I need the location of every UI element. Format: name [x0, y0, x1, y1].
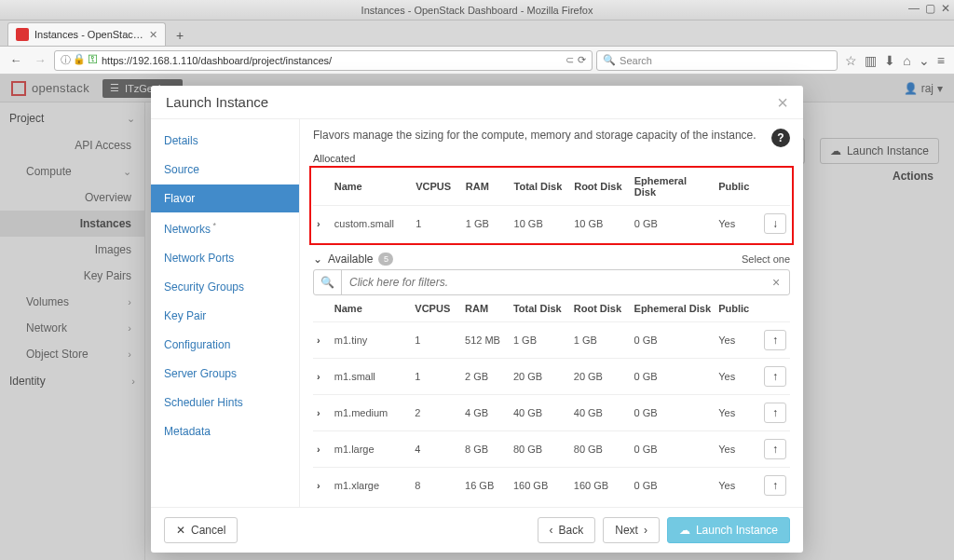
allocated-table: Name VCPUS RAM Total Disk Root Disk Ephe…	[313, 170, 790, 241]
button-label: Cancel	[191, 524, 225, 537]
cell-ram: 1 GB	[462, 206, 511, 242]
cell-name: m1.medium	[331, 395, 412, 431]
col-ram: RAM	[461, 297, 510, 322]
new-tab-button[interactable]: +	[170, 25, 190, 46]
step-networks[interactable]: Networks *	[151, 213, 299, 243]
step-security-groups[interactable]: Security Groups	[151, 273, 299, 301]
expand-toggle-icon[interactable]: ›	[317, 335, 320, 346]
step-key-pair[interactable]: Key Pair	[151, 302, 299, 330]
table-row: ›m1.tiny1512 MB1 GB1 GB0 GBYes↑	[313, 322, 790, 359]
col-public: Public	[715, 170, 760, 206]
tab-close-icon[interactable]: ✕	[149, 29, 157, 41]
modal-title: Launch Instance	[166, 94, 268, 110]
step-source[interactable]: Source	[151, 156, 299, 184]
pocket-icon[interactable]: ⌄	[919, 53, 930, 68]
step-metadata[interactable]: Metadata	[151, 417, 299, 445]
button-label: Launch Instance	[696, 524, 778, 537]
cell-ram: 16 GB	[461, 468, 510, 504]
cell-total-disk: 20 GB	[510, 359, 570, 395]
cell-public: Yes	[715, 322, 760, 359]
menu-icon[interactable]: ≡	[937, 53, 945, 68]
add-flavor-button[interactable]: ↑	[764, 366, 786, 387]
cell-total-disk: 40 GB	[510, 395, 570, 431]
cell-root-disk: 80 GB	[570, 431, 631, 468]
step-network-ports[interactable]: Network Ports	[151, 244, 299, 272]
expand-toggle-icon[interactable]: ›	[317, 480, 320, 491]
close-icon: ✕	[176, 524, 185, 537]
cell-vcpus: 4	[411, 431, 461, 468]
library-icon[interactable]: ▥	[865, 53, 877, 68]
launch-instance-button[interactable]: ☁Launch Instance	[667, 517, 790, 543]
cell-public: Yes	[715, 206, 760, 242]
cell-root-disk: 20 GB	[570, 359, 631, 395]
lock-warning-icon[interactable]: 🔒	[73, 53, 86, 67]
expand-toggle-icon[interactable]: ›	[317, 371, 320, 382]
reload-icon[interactable]: ⟳	[578, 54, 586, 66]
cell-root-disk: 1 GB	[570, 322, 631, 359]
nav-back-button[interactable]: ←	[6, 50, 26, 71]
close-icon[interactable]: ×	[777, 93, 788, 112]
browser-tabstrip: Instances - OpenStack Dash ✕ +	[0, 20, 954, 47]
col-root-disk: Root Disk	[570, 170, 631, 206]
chevron-right-icon: ›	[644, 524, 647, 537]
maximize-icon[interactable]: ▢	[925, 2, 935, 15]
step-flavor[interactable]: Flavor	[151, 184, 299, 212]
info-icon[interactable]: ⓘ	[61, 53, 71, 67]
step-label: Networks	[164, 223, 211, 236]
back-button[interactable]: ‹Back	[538, 517, 596, 543]
remove-flavor-button[interactable]: ↓	[764, 213, 786, 234]
cell-total-disk: 10 GB	[511, 206, 571, 242]
cell-total-disk: 80 GB	[510, 431, 570, 468]
cell-ram: 2 GB	[461, 359, 510, 395]
button-label: Back	[559, 524, 584, 537]
wizard-steps: Details Source Flavor Networks * Network…	[151, 119, 300, 507]
cell-ephemeral-disk: 0 GB	[631, 322, 716, 359]
cell-ephemeral-disk: 0 GB	[631, 468, 716, 504]
cell-ram: 4 GB	[461, 395, 510, 431]
cell-total-disk: 1 GB	[510, 322, 570, 359]
address-field[interactable]: ⓘ 🔒 ⚿ https://192.168.1.110/dashboard/pr…	[54, 50, 593, 71]
add-flavor-button[interactable]: ↑	[764, 403, 786, 423]
browser-tab-active[interactable]: Instances - OpenStack Dash ✕	[7, 22, 166, 46]
step-details[interactable]: Details	[151, 127, 299, 155]
reader-mode-icon[interactable]: ⊂	[566, 54, 574, 66]
expand-toggle-icon[interactable]: ›	[317, 444, 320, 455]
col-name: Name	[331, 170, 412, 206]
cell-public: Yes	[715, 395, 760, 431]
cancel-button[interactable]: ✕Cancel	[164, 517, 238, 543]
step-scheduler-hints[interactable]: Scheduler Hints	[151, 389, 299, 417]
wizard-content: Flavors manage the sizing for the comput…	[300, 119, 803, 507]
cell-vcpus: 1	[412, 206, 462, 242]
required-asterisk-icon: *	[211, 221, 216, 230]
allocated-label: Allocated	[313, 153, 790, 164]
close-window-icon[interactable]: ✕	[941, 2, 950, 15]
search-icon[interactable]: 🔍	[314, 270, 342, 294]
table-row: ›custom.small11 GB10 GB10 GB0 GBYes↓	[313, 206, 790, 242]
col-total-disk: Total Disk	[511, 170, 571, 206]
minimize-icon[interactable]: —	[908, 2, 920, 15]
help-icon[interactable]: ?	[771, 129, 790, 147]
step-server-groups[interactable]: Server Groups	[151, 360, 299, 388]
expand-toggle-icon[interactable]: ›	[317, 407, 320, 418]
next-button[interactable]: Next›	[603, 517, 660, 543]
cell-name: custom.small	[331, 206, 412, 242]
bookmark-star-icon[interactable]: ☆	[845, 53, 857, 68]
cell-public: Yes	[715, 431, 760, 468]
address-text: https://192.168.1.110/dashboard/project/…	[102, 55, 332, 66]
home-icon[interactable]: ⌂	[903, 53, 910, 68]
col-name: Name	[331, 297, 412, 322]
add-flavor-button[interactable]: ↑	[764, 439, 786, 459]
add-flavor-button[interactable]: ↑	[764, 330, 786, 350]
expand-toggle-icon[interactable]: ›	[317, 218, 320, 229]
permission-icon[interactable]: ⚿	[88, 53, 98, 67]
browser-search-field[interactable]: 🔍 Search	[596, 50, 838, 71]
col-ephemeral-disk: Ephemeral Disk	[631, 297, 716, 322]
available-toggle[interactable]: ⌄ Available 5	[313, 253, 393, 266]
cell-root-disk: 160 GB	[570, 468, 631, 504]
clear-filter-icon[interactable]: ×	[763, 270, 789, 294]
step-configuration[interactable]: Configuration	[151, 331, 299, 359]
filter-input[interactable]	[342, 270, 763, 294]
add-flavor-button[interactable]: ↑	[764, 475, 786, 496]
downloads-icon[interactable]: ⬇	[884, 53, 895, 68]
col-root-disk: Root Disk	[570, 297, 631, 322]
